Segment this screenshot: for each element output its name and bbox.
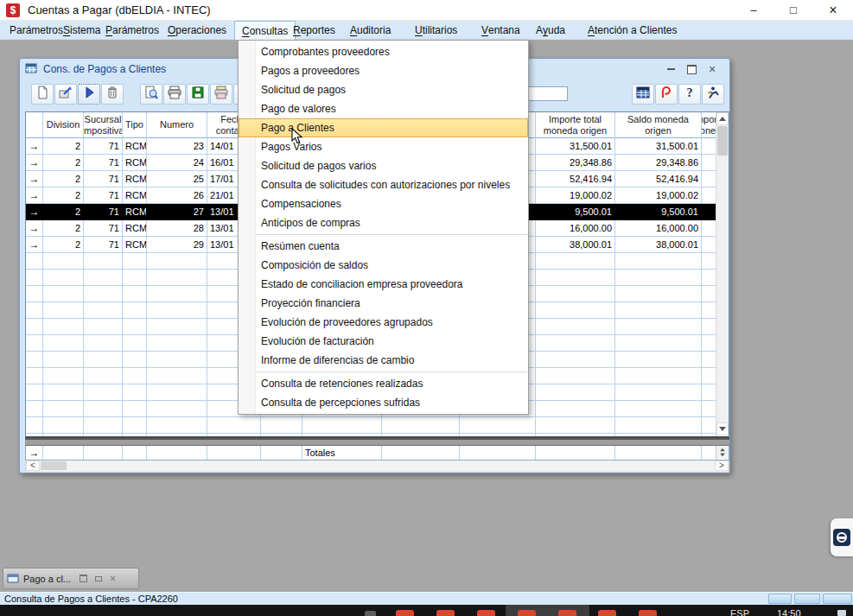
secondary-print-button[interactable] (210, 84, 232, 105)
menu-item-composici-n-de-saldos[interactable]: Composición de saldos (239, 256, 528, 275)
grid-splitter[interactable] (25, 438, 729, 446)
child-close-button[interactable]: × (702, 61, 723, 77)
grid-cell-division[interactable] (43, 446, 84, 460)
menu-item-anticipos-de-compras[interactable]: Anticipos de compras (239, 213, 528, 232)
grid-cell-division[interactable]: 2 (43, 187, 84, 204)
taskbar-app-icon[interactable] (558, 610, 576, 616)
grid-cell-division[interactable] (43, 417, 84, 434)
grid-cell-saldo[interactable] (615, 434, 702, 438)
grid-cell-sucursal[interactable] (84, 401, 123, 417)
grid-cell-tipo[interactable] (123, 253, 147, 270)
grid-cell-sucursal[interactable]: 71 (84, 204, 123, 220)
grid-cell-tipo[interactable]: RCM (123, 237, 147, 253)
grid-cell-numero[interactable] (147, 401, 207, 417)
horizontal-scrollbar[interactable]: < > (25, 460, 729, 473)
grid-cell-division[interactable] (43, 434, 84, 438)
taskbar-app-icon[interactable] (365, 611, 376, 616)
grid-cell-sucursal[interactable] (84, 286, 123, 302)
grid-cell-importe[interactable] (536, 401, 615, 417)
menu-item-consulta-de-retenciones-realizadas[interactable]: Consulta de retenciones realizadas (239, 374, 528, 393)
grid-cell-saldo[interactable] (615, 401, 702, 417)
grid-cell-tipo[interactable] (123, 417, 147, 434)
grid-cell-marker[interactable]: → (26, 171, 43, 187)
grid-cell-marker[interactable] (26, 302, 43, 319)
grid-cell-numero[interactable]: 25 (147, 171, 207, 187)
grid-cell-importe[interactable] (536, 319, 615, 335)
grid-cell-numero[interactable] (147, 270, 207, 286)
grid-cell-saldo[interactable]: 31,500.01 (615, 138, 702, 155)
grid-cell-saldo[interactable]: 29,348.86 (615, 155, 702, 171)
grid-cell-importe[interactable] (536, 270, 615, 286)
grid-cell-sucursal[interactable] (84, 319, 123, 335)
scroll-down-button[interactable] (716, 422, 729, 435)
menu-item-consulta-de-percepciones-sufridas[interactable]: Consulta de percepciones sufridas (239, 393, 528, 412)
grid-cell-sucursal[interactable]: 71 (84, 187, 123, 204)
grid-cell-marker[interactable]: → (26, 220, 43, 237)
grid-cell-tipo[interactable]: RCM (123, 187, 147, 204)
grid-cell-c8[interactable]: Totales (302, 446, 382, 460)
grid-cell-tipo[interactable] (123, 352, 147, 368)
grid-cell-marker[interactable] (26, 384, 43, 401)
grid-cell-tipo[interactable]: RCM (123, 220, 147, 237)
grid-cell-importe[interactable] (536, 368, 615, 384)
grid-cell-marker[interactable] (26, 335, 43, 352)
grid-cell-sucursal[interactable] (84, 270, 123, 286)
menu-item-res-men-cuenta[interactable]: Resúmen cuenta (239, 237, 528, 256)
grid-cell-tipo[interactable] (123, 434, 147, 438)
grid-cell-division[interactable]: 2 (43, 138, 84, 155)
grid-cell-marker[interactable] (26, 319, 43, 335)
print-button[interactable] (163, 84, 186, 105)
grid-cell-saldo[interactable] (615, 286, 702, 302)
grid-cell-division[interactable] (43, 368, 84, 384)
table-view-button[interactable] (632, 84, 654, 105)
child-minimize-button[interactable] (660, 61, 681, 77)
grid-cell-numero[interactable] (147, 319, 207, 335)
child-restore-button[interactable] (681, 61, 702, 77)
grid-cell-tipo[interactable] (123, 401, 147, 417)
grid-cell-tipo[interactable]: RCM (123, 171, 147, 187)
grid-cell-numero[interactable]: 27 (147, 204, 207, 220)
grid-cell-c9[interactable] (382, 417, 460, 434)
grid-cell-marker[interactable] (26, 270, 43, 286)
menu-item-proyecci-n-financiera[interactable]: Proyección financiera (239, 294, 528, 313)
grid-cell-division[interactable] (43, 335, 84, 352)
grid-cell-division[interactable] (43, 286, 84, 302)
grid-cell-saldo[interactable] (615, 253, 702, 270)
grid-cell-numero[interactable] (147, 352, 207, 368)
windows-taskbar[interactable]: ESP 14:50 (0, 605, 853, 616)
grid-cell-fecha[interactable] (207, 446, 261, 460)
grid-cell-tipo[interactable]: RCM (123, 138, 147, 155)
grid-cell-saldo[interactable]: 9,500.01 (615, 204, 702, 220)
grid-cell-importe[interactable] (536, 417, 615, 434)
grid-cell-fecha[interactable] (207, 417, 261, 434)
grid-cell-numero[interactable]: 24 (147, 155, 207, 171)
grid-cell-saldo[interactable] (615, 270, 702, 286)
grid-cell-marker[interactable]: → (26, 187, 43, 204)
graph-button[interactable] (655, 84, 678, 105)
mini-restore-button[interactable] (76, 573, 91, 585)
grid-cell-numero[interactable] (147, 384, 207, 401)
scroll-left-button[interactable]: < (26, 460, 40, 471)
grid-cell-numero[interactable] (147, 302, 207, 319)
grid-cell-marker[interactable] (26, 253, 43, 270)
grid-cell-numero[interactable] (147, 286, 207, 302)
grid-cell-sucursal[interactable] (84, 368, 123, 384)
grid-cell-numero[interactable] (147, 417, 207, 434)
menu-item-solicitud-de-pagos[interactable]: Solicitud de pagos (239, 80, 528, 99)
menubar-item-par-metros-sistema[interactable]: Parámetros Sistema (3, 21, 107, 40)
grid-cell-division[interactable] (43, 302, 84, 319)
grid-cell-importe[interactable] (536, 302, 615, 319)
grid-cell-marker[interactable]: → (26, 155, 43, 171)
taskbar-app-icon[interactable] (639, 610, 657, 616)
mini-close-button[interactable]: × (105, 573, 120, 585)
grid-cell-tipo[interactable] (123, 319, 147, 335)
mini-maximize-button[interactable] (91, 573, 105, 585)
menubar-item-atenci-n-a-clientes[interactable]: Atención a Clientes (581, 21, 684, 40)
grid-cell-c10[interactable] (460, 417, 536, 434)
scroll-up-button[interactable] (716, 112, 729, 125)
grid-cell-saldo[interactable] (615, 352, 702, 368)
grid-cell-saldo[interactable] (615, 446, 702, 460)
grid-cell-saldo[interactable] (615, 417, 702, 434)
print-preview-button[interactable] (140, 84, 162, 105)
edit-record-button[interactable] (54, 84, 77, 105)
